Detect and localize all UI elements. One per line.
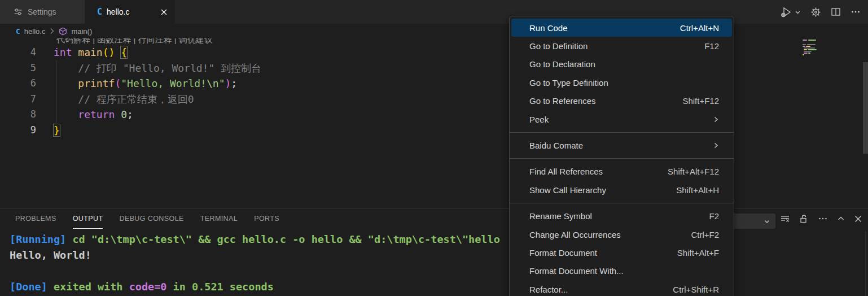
output-line <box>10 263 500 279</box>
c-file-icon: C <box>97 7 102 17</box>
line-number: 6 <box>0 76 36 92</box>
menu-item-rename-symbol[interactable]: Rename SymbolF2 <box>511 207 732 225</box>
settings-gear-icon[interactable] <box>810 7 821 18</box>
menu-item-label: Format Document With... <box>529 266 624 276</box>
bottom-panel: PROBLEMSOUTPUTDEBUG CONSOLETERMINALPORTS <box>0 208 868 296</box>
menu-item-format-document[interactable]: Format DocumentShift+Alt+F <box>511 243 732 262</box>
code-editor[interactable]: 代码解释 | 函数注释 | 行间注释 | 调优建议 4int main() {5… <box>0 38 868 208</box>
menu-item-go-to-type-definition[interactable]: Go to Type Definition <box>511 73 732 92</box>
menu-item-shortcut: Shift+Alt+F12 <box>668 167 719 176</box>
menu-item-go-to-declaration[interactable]: Go to Declaration <box>511 55 732 73</box>
output-line: Hello, World! <box>10 247 500 263</box>
tab-settings-label: Settings <box>28 7 56 16</box>
c-file-icon: C <box>16 27 20 36</box>
menu-item-label: Go to Declaration <box>529 59 595 69</box>
panel-tab-output[interactable]: OUTPUT <box>73 208 103 229</box>
menu-item-label: Refactor... <box>529 285 568 294</box>
line-text: } <box>36 123 60 138</box>
panel-tab-problems[interactable]: PROBLEMS <box>15 208 56 229</box>
menu-item-label: Go to Type Definition <box>529 78 608 88</box>
editor-scrollbar[interactable] <box>863 62 868 154</box>
menu-item-label: Run Code <box>529 23 568 33</box>
panel-tab-ports[interactable]: PORTS <box>254 208 279 229</box>
panel-tab-debug-console[interactable]: DEBUG CONSOLE <box>119 208 183 229</box>
chevron-right-icon <box>713 142 719 149</box>
output-line: [Done] exited with code=0 in 0.521 secon… <box>10 279 500 295</box>
menu-item-refactor[interactable]: Refactor...Ctrl+Shift+R <box>511 280 732 296</box>
menu-item-run-code[interactable]: Run CodeCtrl+Alt+N <box>511 19 732 37</box>
symbol-method-icon <box>59 27 67 36</box>
menu-item-label: Rename Symbol <box>529 211 592 221</box>
clear-output-icon[interactable] <box>780 214 790 224</box>
line-text: printf("Hello, World!\n"); <box>36 76 237 92</box>
more-actions-icon[interactable] <box>818 214 828 224</box>
output-console: [Running] cd "d:\tmp\c-test\" && gcc hel… <box>10 232 500 295</box>
run-code-icon <box>780 6 793 19</box>
menu-item-label: Go to Definition <box>529 41 588 51</box>
menu-item-shortcut: Ctrl+Shift+R <box>673 285 719 294</box>
menu-item-shortcut: Shift+Alt+H <box>676 185 719 195</box>
tab-hello-c-label: hello.c <box>107 7 129 16</box>
close-icon[interactable] <box>160 8 168 16</box>
menu-item-go-to-definition[interactable]: Go to DefinitionF12 <box>511 37 732 55</box>
editor-tab-bar: Settings C hello.c <box>0 0 868 24</box>
line-text: return 0; <box>36 107 133 123</box>
chevron-right-icon <box>713 116 719 123</box>
output-line: [Running] cd "d:\tmp\c-test\" && gcc hel… <box>10 232 500 247</box>
breadcrumb-file[interactable]: hello.c <box>24 27 46 36</box>
panel-action-bar <box>780 208 862 229</box>
menu-separator <box>510 199 734 207</box>
line-number: 7 <box>0 92 36 107</box>
menu-item-format-document-with[interactable]: Format Document With... <box>511 262 732 280</box>
breadcrumb-symbol[interactable]: main() <box>71 27 92 36</box>
output-channel-select[interactable] <box>733 214 775 229</box>
menu-item-shortcut: F2 <box>709 211 719 221</box>
menu-item-label: Find All References <box>529 167 603 176</box>
minimap[interactable] <box>802 38 826 61</box>
menu-item-shortcut: F12 <box>704 41 719 51</box>
tab-hello-c[interactable]: C hello.c <box>85 0 175 24</box>
panel-header: PROBLEMSOUTPUTDEBUG CONSOLETERMINALPORTS <box>0 208 868 229</box>
maximize-panel-icon[interactable] <box>837 215 845 223</box>
line-number: 4 <box>0 45 36 60</box>
menu-item-label: Go to References <box>529 96 596 106</box>
menu-item-label: Baidu Comate <box>529 141 583 150</box>
menu-item-change-all-occurrences[interactable]: Change All OccurrencesCtrl+F2 <box>511 225 732 243</box>
menu-item-shortcut: Ctrl+F2 <box>691 230 719 240</box>
editor-action-bar <box>780 0 868 24</box>
more-actions-icon[interactable] <box>851 7 861 17</box>
menu-item-label: Peek <box>529 115 549 124</box>
line-text: int main() { <box>36 45 127 60</box>
menu-separator <box>510 155 734 163</box>
line-text: // 程序正常结束，返回0 <box>36 92 194 107</box>
panel-tab-terminal[interactable]: TERMINAL <box>200 208 238 229</box>
menu-item-label: Change All Occurrences <box>529 230 621 240</box>
line-number: 5 <box>0 60 36 76</box>
menu-item-shortcut: Ctrl+Alt+N <box>680 23 719 33</box>
chevron-right-icon <box>49 28 55 34</box>
menu-item-peek[interactable]: Peek <box>511 110 732 128</box>
vscode-window: Settings C hello.c <box>0 0 868 296</box>
menu-separator <box>510 128 734 136</box>
menu-item-label: Show Call Hierarchy <box>529 185 606 195</box>
split-editor-icon[interactable] <box>831 7 841 17</box>
menu-item-show-call-hierarchy[interactable]: Show Call HierarchyShift+Alt+H <box>511 181 732 199</box>
unlock-icon[interactable] <box>799 214 809 224</box>
menu-item-go-to-references[interactable]: Go to ReferencesShift+F12 <box>511 92 732 110</box>
menu-item-shortcut: Shift+Alt+F <box>677 248 719 258</box>
breadcrumb: C hello.c main() <box>0 24 868 38</box>
run-code-button[interactable] <box>780 6 801 19</box>
line-number: 9 <box>0 123 36 138</box>
panel-scrollbar[interactable] <box>865 231 866 296</box>
line-number: 8 <box>0 107 36 123</box>
tune-icon <box>14 7 23 16</box>
chevron-down-icon[interactable] <box>795 9 801 15</box>
menu-item-shortcut: Shift+F12 <box>682 96 719 106</box>
tab-settings[interactable]: Settings <box>0 0 85 24</box>
menu-item-find-all-references[interactable]: Find All ReferencesShift+Alt+F12 <box>511 163 732 181</box>
line-text: // 打印 "Hello, World!" 到控制台 <box>36 60 261 76</box>
editor-context-menu: Run CodeCtrl+Alt+NGo to DefinitionF12Go … <box>509 16 734 296</box>
menu-item-label: Format Document <box>529 248 597 258</box>
menu-item-baidu-comate[interactable]: Baidu Comate <box>511 136 732 154</box>
close-panel-icon[interactable] <box>854 215 862 223</box>
